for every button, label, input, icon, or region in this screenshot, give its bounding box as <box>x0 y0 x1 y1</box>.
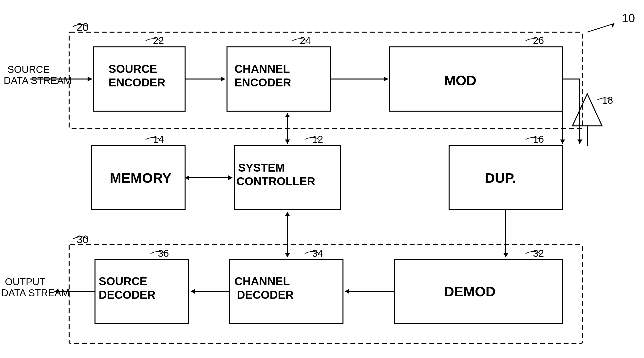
ref-34: 34 <box>312 248 323 259</box>
source-encoder-label2: ENCODER <box>108 76 165 89</box>
output-data-stream-label2: DATA STREAM <box>1 287 69 298</box>
source-encoder-label: SOURCE <box>108 63 157 75</box>
output-data-stream-label: OUTPUT <box>5 276 46 287</box>
ref-24: 24 <box>300 35 311 46</box>
ref-18: 18 <box>602 95 613 106</box>
ref-22: 22 <box>153 35 164 46</box>
memory-label: MEMORY <box>110 170 172 186</box>
ref-32: 32 <box>533 248 544 259</box>
ref-14: 14 <box>153 134 164 145</box>
source-data-stream-label2: DATA STREAM <box>4 75 72 86</box>
channel-decoder-label2: DECODER <box>237 288 294 301</box>
diagram-container: 10 20 SOURCE ENCODER 22 CHANNEL ENCODER … <box>0 0 644 358</box>
system-controller-label: SYSTEM <box>238 161 285 174</box>
channel-encoder-label2: ENCODER <box>234 76 291 89</box>
ref-26: 26 <box>533 35 544 46</box>
mod-label: MOD <box>444 73 476 88</box>
source-decoder-label: SOURCE <box>99 275 147 288</box>
ref-36: 36 <box>158 248 169 259</box>
ref-30: 30 <box>76 233 88 245</box>
demod-label: DEMOD <box>444 284 496 299</box>
channel-decoder-label: CHANNEL <box>234 275 290 288</box>
source-data-stream-label: SOURCE <box>8 64 50 75</box>
ref-12: 12 <box>312 134 323 145</box>
source-decoder-label2: DECODER <box>99 288 156 301</box>
ref-10: 10 <box>622 12 635 25</box>
system-controller-label2: CONTROLLER <box>236 175 315 188</box>
ref-20: 20 <box>76 21 88 33</box>
ref-16: 16 <box>533 134 544 145</box>
channel-encoder-label: CHANNEL <box>234 63 290 75</box>
dup-label: DUP. <box>485 170 516 186</box>
